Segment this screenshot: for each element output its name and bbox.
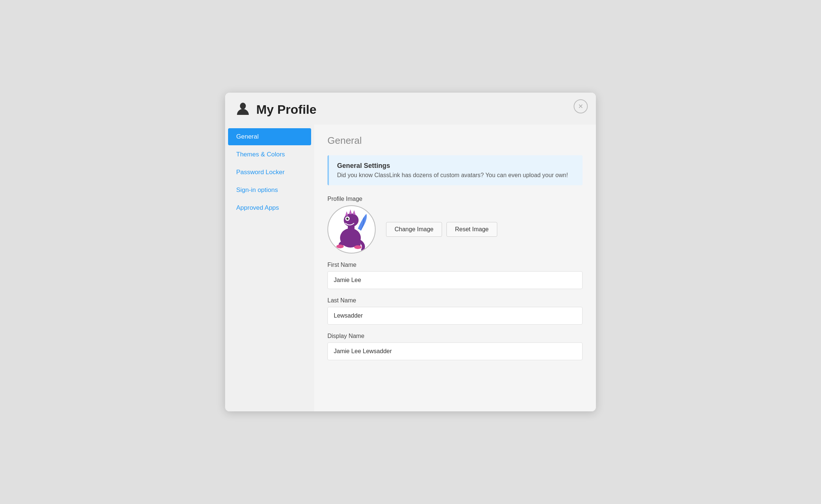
image-buttons: Change Image Reset Image — [386, 222, 497, 237]
modal-header: My Profile × — [225, 93, 596, 125]
info-box-title: General Settings — [337, 162, 574, 170]
modal-title: My Profile — [256, 102, 316, 117]
my-profile-modal: My Profile × General Themes & Colors Pas… — [225, 93, 596, 411]
svg-marker-4 — [345, 211, 348, 216]
dragon-avatar-svg — [331, 208, 372, 251]
sidebar-item-password[interactable]: Password Locker — [228, 164, 311, 181]
svg-marker-6 — [353, 210, 356, 215]
display-name-input[interactable] — [327, 342, 583, 360]
change-image-button[interactable]: Change Image — [386, 222, 442, 237]
profile-image-section: Change Image Reset Image — [327, 205, 583, 253]
sidebar-item-general[interactable]: General — [228, 128, 311, 145]
last-name-input[interactable] — [327, 307, 583, 325]
content-area: General General Settings Did you know Cl… — [314, 125, 596, 411]
sidebar-item-themes[interactable]: Themes & Colors — [228, 146, 311, 163]
reset-image-button[interactable]: Reset Image — [446, 222, 497, 237]
svg-point-0 — [240, 103, 246, 109]
sidebar: General Themes & Colors Password Locker … — [225, 125, 314, 411]
info-box: General Settings Did you know ClassLink … — [327, 155, 583, 185]
avatar — [327, 205, 376, 253]
sidebar-item-apps[interactable]: Approved Apps — [228, 199, 311, 216]
svg-point-9 — [348, 218, 349, 218]
profile-icon — [235, 101, 250, 118]
display-name-label: Display Name — [327, 333, 583, 339]
last-name-label: Last Name — [327, 297, 583, 304]
profile-image-label: Profile Image — [327, 196, 583, 202]
info-box-text: Did you know ClassLink has dozens of cus… — [337, 172, 574, 179]
first-name-label: First Name — [327, 262, 583, 268]
section-title: General — [327, 135, 583, 146]
sidebar-item-signin[interactable]: Sign-in options — [228, 182, 311, 199]
first-name-input[interactable] — [327, 271, 583, 289]
modal-body: General Themes & Colors Password Locker … — [225, 125, 596, 411]
svg-marker-5 — [349, 209, 352, 214]
close-button[interactable]: × — [574, 99, 588, 113]
svg-point-12 — [336, 245, 344, 248]
svg-point-13 — [354, 245, 362, 249]
